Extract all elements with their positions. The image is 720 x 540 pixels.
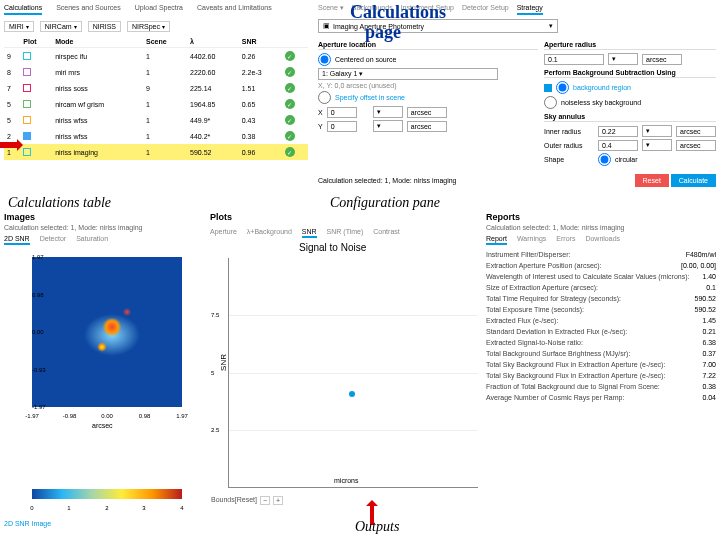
cbtick: 0: [30, 505, 33, 511]
miri-button[interactable]: MIRI▾: [4, 21, 34, 32]
chevron-down-icon: ▾: [26, 23, 29, 30]
tab-report[interactable]: Report: [486, 235, 507, 245]
outer-unit[interactable]: arcsec: [676, 140, 716, 151]
report-row: Extracted Flux (e-/sec):1.45: [486, 315, 716, 326]
niriss-button[interactable]: NIRISS: [88, 21, 121, 32]
nirspec-button[interactable]: NIRSpec▾: [127, 21, 170, 32]
tab-saturation[interactable]: Saturation: [76, 235, 108, 245]
ytick: -1.97: [32, 404, 46, 410]
tab-errors[interactable]: Errors: [556, 235, 575, 245]
inner-unit[interactable]: arcsec: [676, 126, 716, 137]
col-scene[interactable]: Scene: [143, 36, 187, 48]
zoom-out-icon[interactable]: −: [260, 496, 270, 505]
noiseless-radio[interactable]: [544, 96, 557, 109]
outer-input[interactable]: [598, 140, 638, 151]
col-status[interactable]: [282, 36, 308, 48]
table-row[interactable]: 1niriss imaging1590.520.96✓: [4, 144, 308, 160]
target-select[interactable]: 1: Galaxy 1 ▾: [318, 68, 498, 80]
tab-contrast[interactable]: Contrast: [373, 228, 399, 238]
y-step[interactable]: ▾: [373, 120, 403, 132]
tab-calculations[interactable]: Calculations: [4, 4, 42, 15]
check-icon: ✓: [285, 67, 295, 77]
xtick: 0.00: [101, 413, 113, 419]
ap-step[interactable]: ▾: [608, 53, 638, 65]
shape-radio[interactable]: [598, 153, 611, 166]
image-caption-link[interactable]: 2D SNR Image: [4, 520, 51, 527]
col-snr[interactable]: SNR: [239, 36, 282, 48]
tab-2dsnr[interactable]: 2D SNR: [4, 235, 30, 245]
cbtick: 4: [180, 505, 183, 511]
tab-upload[interactable]: Upload Spectra: [135, 4, 183, 15]
table-row[interactable]: 7niriss soss9225.141.51✓: [4, 80, 308, 96]
table-row[interactable]: 8miri mrs12220.602.2e-3✓: [4, 64, 308, 80]
inner-input[interactable]: [598, 126, 638, 137]
col-mode[interactable]: Mode: [52, 36, 143, 48]
col-id[interactable]: [4, 36, 20, 48]
plot-color-icon[interactable]: [23, 100, 31, 108]
tab-detector[interactable]: Detector: [40, 235, 66, 245]
aperture-radius-input[interactable]: [544, 54, 604, 65]
tab-scenes[interactable]: Scenes and Sources: [56, 4, 121, 15]
outer-label: Outer radius: [544, 142, 594, 149]
tab-snr[interactable]: SNR: [302, 228, 317, 238]
data-point: [349, 391, 355, 397]
col-plot[interactable]: Plot: [20, 36, 52, 48]
aperture-location-heading: Aperture location: [318, 41, 538, 50]
centered-radio[interactable]: [318, 53, 331, 66]
plot-color-icon[interactable]: [23, 116, 31, 124]
x-step[interactable]: ▾: [373, 106, 403, 118]
col-lambda[interactable]: λ: [187, 36, 239, 48]
inner-step[interactable]: ▾: [642, 125, 672, 137]
y-unit[interactable]: arcsec: [407, 121, 447, 132]
tab-aperture[interactable]: Aperture: [210, 228, 237, 238]
outer-step[interactable]: ▾: [642, 139, 672, 151]
plot-color-icon[interactable]: [23, 68, 31, 76]
images-subtitle: Calculation selected: 1, Mode: niriss im…: [4, 224, 204, 231]
report-row: Standard Deviation in Extracted Flux (e-…: [486, 326, 716, 337]
check-icon: ✓: [285, 147, 295, 157]
calculations-panel: Calculations Scenes and Sources Upload S…: [0, 0, 308, 208]
chevron-down-icon: ▾: [549, 22, 553, 30]
plot-color-icon[interactable]: [23, 132, 31, 140]
tab-bg[interactable]: λ+Background: [247, 228, 292, 238]
tab-strategy[interactable]: Strategy: [517, 4, 543, 15]
tab-downloads[interactable]: Downloads: [585, 235, 620, 245]
plot-color-icon[interactable]: [23, 84, 31, 92]
table-row[interactable]: 5nircam wf grism11964.850.65✓: [4, 96, 308, 112]
bg-region-radio[interactable]: [556, 81, 569, 94]
table-row[interactable]: 2niriss wfss1440.2*0.38✓: [4, 128, 308, 144]
table-row[interactable]: 9nirspec ifu14402.600.26✓: [4, 48, 308, 65]
xtick: 1.97: [176, 413, 188, 419]
report-row: Extracted Signal-to-Noise ratio:6.38: [486, 337, 716, 348]
plot-color-icon[interactable]: [23, 52, 31, 60]
x-unit[interactable]: arcsec: [407, 107, 447, 118]
ap-unit[interactable]: arcsec: [642, 54, 682, 65]
tab-caveats[interactable]: Caveats and Limitations: [197, 4, 272, 15]
images-panel: Images Calculation selected: 1, Mode: ni…: [4, 212, 204, 524]
nircam-button[interactable]: NIRCam▾: [40, 21, 82, 32]
main-tabs: Calculations Scenes and Sources Upload S…: [4, 4, 308, 15]
plot-color-icon[interactable]: [23, 148, 31, 156]
xy-label: X, Y: 0,0 arcsec (unused): [318, 82, 396, 89]
bg-region-label: background region: [573, 84, 631, 91]
tab-warnings[interactable]: Warnings: [517, 235, 546, 245]
xtick: -1.97: [25, 413, 39, 419]
x-input[interactable]: [327, 107, 357, 118]
bounds-control[interactable]: Bounds[Reset] − +: [211, 496, 283, 505]
calculate-button[interactable]: Calculate: [671, 174, 716, 187]
tab-snr-time[interactable]: SNR (Time): [327, 228, 364, 238]
xtick: -0.98: [63, 413, 77, 419]
reports-title: Reports: [486, 212, 716, 222]
cbtick: 2: [105, 505, 108, 511]
y-input[interactable]: [327, 121, 357, 132]
table-row[interactable]: 5niriss wfss1449.9*0.43✓: [4, 112, 308, 128]
sky-annulus-heading: Sky annulus: [544, 113, 716, 122]
tab-scene[interactable]: Scene ▾: [318, 4, 344, 15]
centered-label: Centered on source: [335, 56, 396, 63]
zoom-in-icon[interactable]: +: [273, 496, 283, 505]
offset-radio[interactable]: [318, 91, 331, 104]
cbtick: 3: [142, 505, 145, 511]
reset-button[interactable]: Reset: [635, 174, 669, 187]
tab-detector[interactable]: Detector Setup: [462, 4, 509, 15]
legend-icon: [544, 84, 552, 92]
